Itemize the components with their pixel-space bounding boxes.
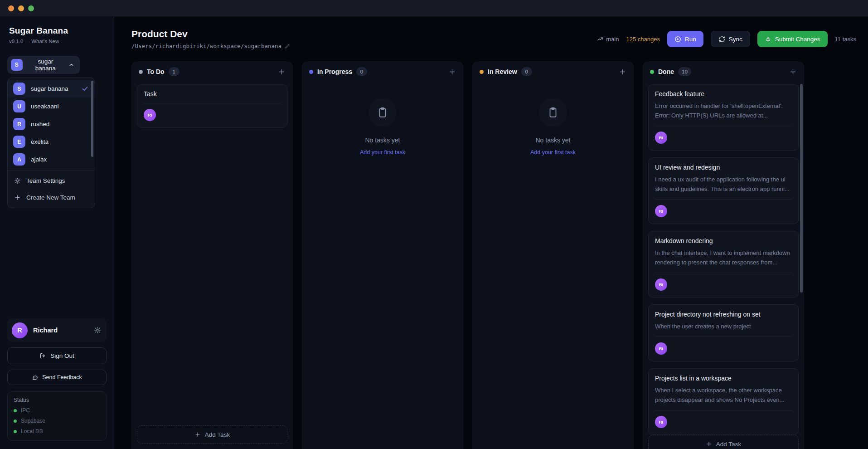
team-menu-item-exelita[interactable]: E exelita xyxy=(8,133,95,151)
task-title: Projects list in a workspace xyxy=(655,375,792,382)
submit-changes-button[interactable]: Submit Changes xyxy=(757,31,828,47)
task-title: Project directory not refreshing on set xyxy=(655,311,792,318)
team-name: sugar banana xyxy=(31,85,68,92)
menu-divider xyxy=(8,170,95,171)
status-item-local-db: Local DB xyxy=(14,428,100,434)
assignee-avatar: RI xyxy=(655,205,667,217)
team-name: ajalax xyxy=(31,156,47,163)
push-up-icon xyxy=(765,36,771,43)
card-divider xyxy=(655,126,792,126)
sign-out-button[interactable]: Sign Out xyxy=(7,347,107,364)
column-header: To Do 1 xyxy=(131,61,293,82)
window-zoom-button[interactable] xyxy=(28,5,34,11)
team-menu-item-useakaani[interactable]: U useakaani xyxy=(8,98,95,115)
column-in-review: In Review 0 No tasks yet Add your fir xyxy=(472,61,634,449)
column-title: Done xyxy=(658,68,674,75)
card-divider xyxy=(655,273,792,273)
add-first-task-link[interactable]: Add your first task xyxy=(530,149,576,156)
sidebar: Sugar Banana v0.1.0 — What's New S sugar… xyxy=(0,17,114,449)
empty-message: No tasks yet xyxy=(535,137,570,144)
task-description: In the chat interface, I want to impleme… xyxy=(655,248,792,267)
create-new-team-menu-item[interactable]: Create New Team xyxy=(8,189,95,206)
team-name: useakaani xyxy=(31,103,59,110)
column-count-badge: 10 xyxy=(678,67,691,76)
assignee-avatar: RI xyxy=(655,132,667,144)
chevron-up-icon xyxy=(68,62,74,68)
plus-icon xyxy=(194,431,201,438)
add-card-plus-icon[interactable] xyxy=(789,68,797,76)
task-card[interactable]: Markdown rendering In the chat interface… xyxy=(648,231,799,298)
column-header: In Review 0 xyxy=(472,61,634,82)
team-selector-button[interactable]: S sugar banana xyxy=(7,56,80,74)
team-avatar: E xyxy=(13,136,25,148)
sign-out-label: Sign Out xyxy=(50,352,74,359)
sync-button[interactable]: Sync xyxy=(711,31,750,47)
app-window: Sugar Banana v0.1.0 — What's New S sugar… xyxy=(0,0,868,449)
team-dropdown-menu: S sugar banana U useakaani R rushed E ex… xyxy=(7,78,95,208)
app-title: Sugar Banana xyxy=(7,26,107,36)
team-menu-item-rushed[interactable]: R rushed xyxy=(8,115,95,133)
team-settings-menu-item[interactable]: Team Settings xyxy=(8,172,95,189)
kanban-board: To Do 1 Task RI xyxy=(114,61,868,449)
column-done: Done 10 Feedback feature Error occurred … xyxy=(643,61,804,449)
task-card[interactable]: Projects list in a workspace When I sele… xyxy=(648,368,799,435)
window-minimize-button[interactable] xyxy=(18,5,24,11)
add-card-plus-icon[interactable] xyxy=(619,68,626,76)
user-card[interactable]: R Richard xyxy=(7,318,107,342)
column-in-progress: In Progress 0 No tasks yet Add your f xyxy=(302,61,463,449)
chat-bubble-icon xyxy=(32,374,38,381)
status-dot xyxy=(14,430,17,433)
branch-name: main xyxy=(606,36,619,43)
add-task-button[interactable]: Add Task xyxy=(648,435,799,449)
assignee-avatar: RI xyxy=(655,342,667,355)
team-settings-label: Team Settings xyxy=(26,177,65,184)
add-card-plus-icon[interactable] xyxy=(448,68,456,76)
status-title: Status xyxy=(14,397,100,403)
card-divider xyxy=(655,199,792,200)
task-card[interactable]: Task RI xyxy=(137,84,287,128)
status-dot xyxy=(14,420,17,423)
team-avatar: U xyxy=(13,100,25,112)
send-feedback-button[interactable]: Send Feedback xyxy=(7,370,107,385)
card-divider xyxy=(655,410,792,410)
sync-label: Sync xyxy=(729,36,742,43)
empty-state: No tasks yet Add your first task xyxy=(478,98,628,156)
column-title: To Do xyxy=(147,68,165,75)
assignee-avatar: RI xyxy=(655,278,667,291)
empty-state: No tasks yet Add your first task xyxy=(307,98,458,156)
team-menu-item-ajalax[interactable]: A ajalax xyxy=(8,151,95,168)
add-first-task-link[interactable]: Add your first task xyxy=(360,149,405,156)
dropdown-scrollbar[interactable] xyxy=(91,81,93,157)
empty-message: No tasks yet xyxy=(365,137,400,144)
window-titlebar xyxy=(0,0,868,17)
team-name: exelita xyxy=(31,138,48,145)
create-new-team-label: Create New Team xyxy=(26,194,75,201)
window-close-button[interactable] xyxy=(8,5,14,11)
task-card[interactable]: Project directory not refreshing on set … xyxy=(648,304,799,361)
status-label: Local DB xyxy=(21,428,43,434)
column-scrollbar[interactable] xyxy=(800,84,803,293)
user-name: Richard xyxy=(33,327,58,334)
task-title: Markdown rendering xyxy=(655,237,792,244)
edit-pencil-icon[interactable] xyxy=(285,43,291,49)
add-card-plus-icon[interactable] xyxy=(278,68,286,76)
task-card[interactable]: Feedback feature Error occurred in handl… xyxy=(648,84,799,151)
assignee-avatar: RI xyxy=(144,109,156,121)
add-task-button[interactable]: Add Task xyxy=(137,425,287,444)
trending-up-icon xyxy=(597,36,603,42)
task-card[interactable]: UI review and redesign I need a ux audit… xyxy=(648,157,799,224)
run-button[interactable]: Run xyxy=(667,31,703,47)
team-menu-item-sugar-banana[interactable]: S sugar banana xyxy=(8,80,95,98)
task-description: When I select a workspace, the other wor… xyxy=(655,386,792,405)
card-divider xyxy=(144,103,281,103)
settings-gear-icon[interactable] xyxy=(94,327,101,334)
task-description: When the user creates a new project xyxy=(655,322,792,331)
send-feedback-label: Send Feedback xyxy=(42,374,82,381)
git-branch-indicator: main xyxy=(597,36,619,43)
app-version[interactable]: v0.1.0 — What's New xyxy=(7,39,107,44)
card-divider xyxy=(655,337,792,337)
project-title: Product Dev xyxy=(131,29,291,39)
add-task-label: Add Task xyxy=(205,431,230,438)
status-dot xyxy=(14,409,17,412)
clipboard-icon xyxy=(369,98,397,127)
